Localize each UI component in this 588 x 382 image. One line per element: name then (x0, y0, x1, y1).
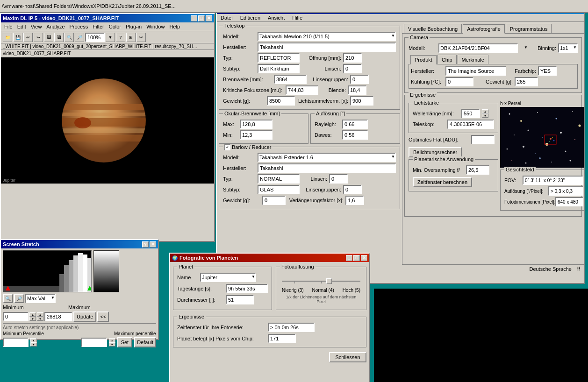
tb-misc2[interactable]: ✂ (136, 33, 146, 42)
linsengruppen-input[interactable] (350, 75, 369, 84)
menu-plugin[interactable]: Plug-in (124, 23, 143, 30)
stretch-help-btn[interactable]: ? (142, 241, 149, 248)
resize-grip[interactable]: ⠿ (577, 266, 581, 272)
cam-hersteller-input[interactable] (445, 66, 506, 76)
zeitfenster-berechnen-btn[interactable]: Zeitfenster berechnen (413, 177, 472, 187)
barlow-hersteller-input[interactable] (258, 163, 396, 173)
tb-img1[interactable]: 🖼 (44, 33, 53, 42)
okular-min-input[interactable] (240, 130, 272, 140)
stretch-zoom-out-btn[interactable]: 🔎 (14, 294, 24, 303)
max-perc-input[interactable] (81, 338, 107, 347)
min-perc-down[interactable]: ▼ (30, 342, 37, 347)
tb-redo[interactable]: ↪ (34, 33, 43, 42)
foto-title-bar[interactable]: 🌍 Fotografie von Planeten _ □ ✕ (170, 254, 369, 262)
menu-edit[interactable]: Edit (16, 23, 28, 30)
astro-menu-edit[interactable]: Editieren (238, 14, 262, 21)
stretch-min-down[interactable]: ▼ (29, 317, 36, 321)
camera-tab-merkmale[interactable]: Merkmale (458, 55, 488, 64)
brennweite-input[interactable] (274, 75, 307, 84)
astro-menu-datei[interactable]: Datei (219, 14, 235, 21)
stretch-close-btn[interactable]: ✕ (150, 241, 156, 248)
binning-select[interactable]: 1x1 (558, 43, 578, 53)
max-perc-up[interactable]: ▲ (109, 338, 115, 342)
rayleigh-input[interactable] (342, 120, 368, 129)
stretch-set-btn[interactable]: Set (117, 337, 133, 347)
tb-open[interactable]: 📁 (3, 33, 12, 42)
tb-save[interactable]: 💾 (13, 33, 22, 42)
typ-input[interactable] (258, 53, 300, 63)
stretch-title-bar[interactable]: Screen Stretch ? ✕ (1, 240, 158, 248)
fov-input[interactable] (523, 176, 583, 185)
tb-zoom-out[interactable]: 🔎 (75, 33, 84, 42)
camera-tab-produkt[interactable]: Produkt (410, 55, 437, 64)
max-perc-down[interactable]: ▼ (109, 342, 115, 347)
fotodim-input[interactable] (555, 197, 583, 206)
subtyp-input[interactable] (258, 64, 300, 73)
blende-input[interactable] (348, 85, 366, 95)
tb-help[interactable]: ? (116, 33, 125, 42)
stretch-zoom-in-btn[interactable]: 🔍 (3, 294, 13, 303)
barlow-modell-select[interactable]: Takahashi Extender 1.6 (258, 153, 396, 162)
tab-programmstatus[interactable]: Programmstatus (506, 24, 552, 33)
menu-color[interactable]: Color (108, 23, 122, 30)
min-perc-up[interactable]: ▲ (30, 338, 37, 342)
stretch-reset-btn[interactable]: << (97, 311, 109, 322)
tab-astrofotografie[interactable]: Astrofotografie (463, 24, 505, 34)
foto-restore-btn[interactable]: □ (353, 255, 360, 261)
menu-help[interactable]: Help (168, 23, 181, 30)
tb-zoom-in[interactable]: 🔍 (65, 33, 74, 42)
maxim-file-tab[interactable]: video_DBK21_0077_SHARP.FIT (1, 50, 214, 57)
barlow-verlaengerung-input[interactable] (345, 196, 364, 205)
opt-flat-input[interactable] (471, 135, 495, 144)
camera-tab-chip[interactable]: Chip (437, 55, 457, 64)
okular-max-input[interactable] (240, 120, 272, 129)
farbchip-input[interactable] (538, 66, 557, 76)
menu-view[interactable]: View (29, 23, 43, 30)
stretch-update-btn[interactable]: Update (73, 311, 96, 322)
wellenlaenge-up[interactable]: ▲ (482, 109, 488, 113)
stretch-max-input[interactable] (44, 312, 72, 321)
menu-process[interactable]: Process (68, 23, 90, 30)
menu-window[interactable]: Window (145, 23, 166, 30)
tab-visuelle[interactable]: Visuelle Beobachtung (404, 24, 462, 33)
belichtungsrechner-btn[interactable]: Belichtungsrechner (409, 147, 462, 157)
cam-modell-select[interactable]: DBK 21AF04/21BF04 (438, 43, 518, 53)
tb-undo[interactable]: ↩ (23, 33, 33, 42)
min-oversampling-input[interactable] (466, 165, 489, 175)
wellenlaenge-down[interactable]: ▼ (482, 113, 488, 118)
dawes-input[interactable] (342, 130, 368, 140)
tb-misc1[interactable]: ⊞ (126, 33, 136, 42)
menu-file[interactable]: File (3, 23, 14, 30)
linsen-input[interactable] (343, 64, 362, 73)
menu-filter[interactable]: Filter (91, 23, 105, 30)
zeitfenster-value-input[interactable] (268, 323, 315, 332)
lichtsammelverm-input[interactable] (350, 96, 373, 106)
tb-img2[interactable]: 🖼 (54, 33, 64, 42)
kuehlung-input[interactable] (445, 77, 473, 86)
barlow-linsen-input[interactable] (329, 174, 348, 184)
stretch-min-up2[interactable]: ▲ (37, 312, 43, 317)
stretch-default-btn[interactable]: Default (134, 337, 156, 347)
maxim-close-btn[interactable]: ✕ (206, 15, 212, 21)
teleskop-licht-input[interactable] (447, 120, 494, 129)
planet-belegt-input[interactable] (268, 334, 296, 343)
maxim-title-bar[interactable]: MaxIm DL IP 5 - video_DBK21_0077_SHARP.F… (1, 14, 214, 22)
stretch-min-up[interactable]: ▲ (29, 312, 36, 317)
stretch-mode-select[interactable]: Max Val (25, 294, 56, 303)
fokuszone-input[interactable] (286, 85, 318, 95)
zoom-input[interactable] (85, 33, 105, 42)
maxim-minimize-btn[interactable]: _ (191, 15, 197, 21)
barlow-subtyp-input[interactable] (258, 185, 300, 194)
aufl-pixel-input[interactable] (548, 186, 583, 196)
slider-thumb[interactable] (326, 278, 332, 284)
schliessen-btn[interactable]: Schliessen (329, 352, 366, 362)
barlow-gewicht-input[interactable] (262, 196, 286, 205)
gewicht-input[interactable] (267, 96, 295, 106)
planet-name-select[interactable]: Jupiter (200, 273, 256, 282)
foto-minimize-btn[interactable]: _ (346, 255, 352, 261)
maxim-maximize-btn[interactable]: □ (198, 15, 205, 21)
barlow-typ-input[interactable] (258, 174, 300, 184)
menu-analyze[interactable]: Analyze (45, 23, 66, 30)
stretch-min-input[interactable] (3, 312, 29, 321)
wellenlaenge-input[interactable] (461, 109, 480, 118)
